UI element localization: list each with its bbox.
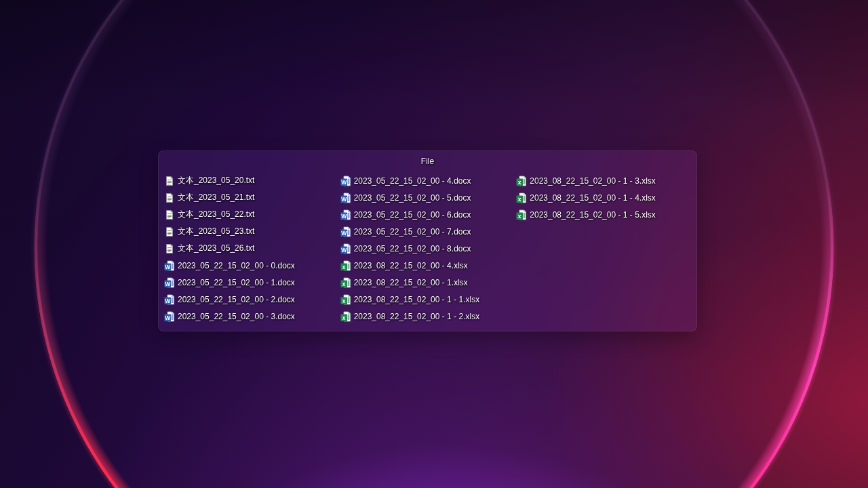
svg-text:x: x bbox=[342, 297, 345, 304]
word-file-icon: W bbox=[340, 176, 351, 186]
file-column-2: W 2023_05_22_15_02_00 - 4.docx W 2023_05… bbox=[340, 172, 516, 325]
file-name: 2023_08_22_15_02_00 - 1.xlsx bbox=[354, 278, 468, 287]
file-name: 2023_05_22_15_02_00 - 4.docx bbox=[354, 176, 471, 186]
word-file-icon: W bbox=[164, 311, 175, 322]
file-list-panel: File 文本_2023_05_20.txt 文本_2023_05_21.txt bbox=[158, 150, 697, 331]
file-name: 2023_08_22_15_02_00 - 1 - 1.xlsx bbox=[354, 295, 479, 304]
file-item-docx[interactable]: W 2023_05_22_15_02_00 - 0.docx bbox=[163, 257, 340, 274]
file-name: 文本_2023_05_23.txt bbox=[178, 226, 254, 237]
word-file-icon: W bbox=[340, 243, 351, 254]
excel-file-icon: x bbox=[516, 192, 527, 203]
file-item-xlsx[interactable]: x 2023_08_22_15_02_00 - 1.xlsx bbox=[340, 274, 516, 291]
svg-text:W: W bbox=[341, 246, 347, 253]
svg-text:x: x bbox=[342, 314, 345, 321]
file-name: 2023_08_22_15_02_00 - 1 - 3.xlsx bbox=[530, 176, 655, 186]
file-name: 2023_05_22_15_02_00 - 3.docx bbox=[178, 312, 295, 321]
file-item-docx[interactable]: W 2023_05_22_15_02_00 - 7.docx bbox=[340, 223, 516, 240]
svg-text:W: W bbox=[165, 314, 171, 321]
svg-text:W: W bbox=[165, 297, 171, 304]
file-item-xlsx[interactable]: x 2023_08_22_15_02_00 - 1 - 4.xlsx bbox=[515, 189, 692, 206]
excel-file-icon: x bbox=[516, 176, 527, 186]
svg-text:x: x bbox=[342, 263, 345, 270]
excel-file-icon: x bbox=[516, 209, 527, 220]
file-name: 文本_2023_05_22.txt bbox=[178, 209, 254, 220]
word-file-icon: W bbox=[340, 209, 351, 220]
text-file-icon bbox=[164, 176, 175, 186]
file-name: 2023_05_22_15_02_00 - 8.docx bbox=[354, 244, 471, 253]
file-column-3: x 2023_08_22_15_02_00 - 1 - 3.xlsx x 202… bbox=[515, 172, 692, 325]
file-item-xlsx[interactable]: x 2023_08_22_15_02_00 - 1 - 5.xlsx bbox=[515, 206, 692, 223]
file-name: 文本_2023_05_26.txt bbox=[178, 243, 254, 254]
file-column-1: 文本_2023_05_20.txt 文本_2023_05_21.txt 文本_2… bbox=[163, 172, 340, 325]
file-name: 2023_08_22_15_02_00 - 1 - 4.xlsx bbox=[530, 193, 655, 203]
file-name: 2023_08_22_15_02_00 - 4.xlsx bbox=[354, 261, 468, 270]
file-item-docx[interactable]: W 2023_05_22_15_02_00 - 8.docx bbox=[340, 240, 516, 257]
file-item-txt[interactable]: 文本_2023_05_26.txt bbox=[163, 240, 340, 257]
svg-text:x: x bbox=[518, 178, 521, 185]
excel-file-icon: x bbox=[340, 294, 351, 305]
file-name: 文本_2023_05_20.txt bbox=[178, 175, 254, 186]
word-file-icon: W bbox=[164, 260, 175, 271]
desktop: File 文本_2023_05_20.txt 文本_2023_05_21.txt bbox=[0, 0, 868, 488]
text-file-icon bbox=[164, 209, 175, 220]
file-item-docx[interactable]: W 2023_05_22_15_02_00 - 4.docx bbox=[340, 172, 516, 189]
svg-text:W: W bbox=[341, 212, 347, 219]
word-file-icon: W bbox=[164, 294, 175, 305]
file-item-txt[interactable]: 文本_2023_05_21.txt bbox=[163, 189, 340, 206]
file-item-docx[interactable]: W 2023_05_22_15_02_00 - 3.docx bbox=[163, 308, 340, 325]
file-item-txt[interactable]: 文本_2023_05_20.txt bbox=[163, 172, 340, 189]
file-columns: 文本_2023_05_20.txt 文本_2023_05_21.txt 文本_2… bbox=[159, 172, 696, 325]
file-name: 2023_08_22_15_02_00 - 1 - 2.xlsx bbox=[354, 312, 479, 321]
file-item-txt[interactable]: 文本_2023_05_22.txt bbox=[163, 206, 340, 223]
word-file-icon: W bbox=[164, 277, 175, 288]
file-name: 2023_05_22_15_02_00 - 2.docx bbox=[178, 295, 295, 304]
file-item-xlsx[interactable]: x 2023_08_22_15_02_00 - 1 - 1.xlsx bbox=[340, 291, 516, 308]
panel-title: File bbox=[159, 151, 696, 167]
svg-text:x: x bbox=[518, 195, 521, 202]
text-file-icon bbox=[164, 243, 175, 254]
file-name: 文本_2023_05_21.txt bbox=[178, 192, 254, 203]
file-item-docx[interactable]: W 2023_05_22_15_02_00 - 2.docx bbox=[163, 291, 340, 308]
svg-text:W: W bbox=[165, 263, 171, 270]
svg-text:W: W bbox=[341, 178, 347, 185]
file-item-xlsx[interactable]: x 2023_08_22_15_02_00 - 4.xlsx bbox=[340, 257, 516, 274]
svg-text:W: W bbox=[341, 195, 347, 202]
text-file-icon bbox=[164, 226, 175, 237]
svg-text:W: W bbox=[341, 229, 347, 236]
file-item-docx[interactable]: W 2023_05_22_15_02_00 - 6.docx bbox=[340, 206, 516, 223]
svg-text:x: x bbox=[342, 280, 345, 287]
file-item-docx[interactable]: W 2023_05_22_15_02_00 - 1.docx bbox=[163, 274, 340, 291]
file-name: 2023_08_22_15_02_00 - 1 - 5.xlsx bbox=[530, 210, 655, 220]
word-file-icon: W bbox=[340, 226, 351, 237]
excel-file-icon: x bbox=[340, 277, 351, 288]
file-name: 2023_05_22_15_02_00 - 6.docx bbox=[354, 210, 471, 220]
svg-text:x: x bbox=[518, 212, 521, 219]
excel-file-icon: x bbox=[340, 260, 351, 271]
word-file-icon: W bbox=[340, 192, 351, 203]
file-name: 2023_05_22_15_02_00 - 0.docx bbox=[178, 261, 295, 270]
excel-file-icon: x bbox=[340, 311, 351, 322]
file-item-xlsx[interactable]: x 2023_08_22_15_02_00 - 1 - 3.xlsx bbox=[515, 172, 692, 189]
svg-text:W: W bbox=[165, 280, 171, 287]
file-item-xlsx[interactable]: x 2023_08_22_15_02_00 - 1 - 2.xlsx bbox=[340, 308, 516, 325]
file-name: 2023_05_22_15_02_00 - 5.docx bbox=[354, 193, 471, 203]
text-file-icon bbox=[164, 192, 175, 203]
file-name: 2023_05_22_15_02_00 - 7.docx bbox=[354, 227, 471, 237]
file-item-docx[interactable]: W 2023_05_22_15_02_00 - 5.docx bbox=[340, 189, 516, 206]
file-name: 2023_05_22_15_02_00 - 1.docx bbox=[178, 278, 295, 287]
file-item-txt[interactable]: 文本_2023_05_23.txt bbox=[163, 223, 340, 240]
